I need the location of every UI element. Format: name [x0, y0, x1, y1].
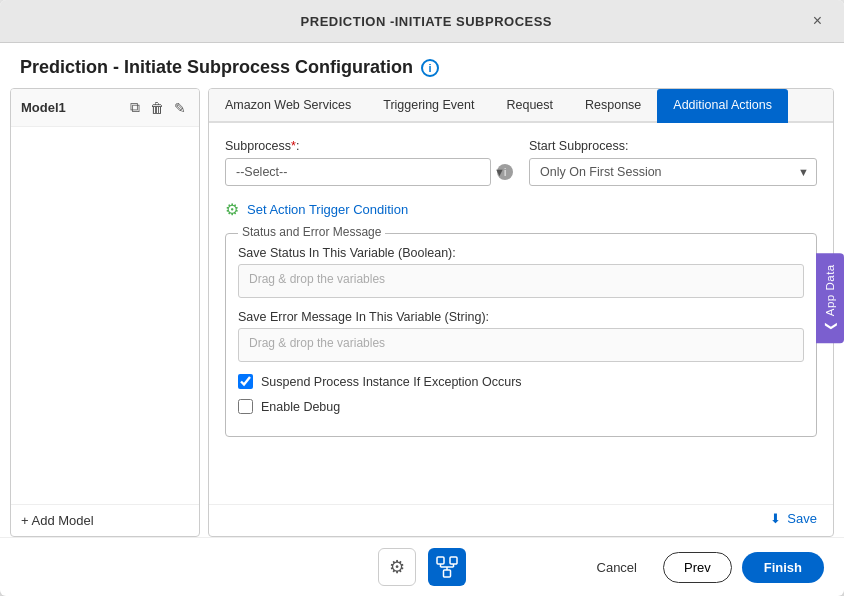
start-subprocess-select-wrapper: Only On First Session Every Session ▼: [529, 158, 817, 186]
save-button[interactable]: ⬇ Save: [770, 511, 817, 526]
subprocess-row: Subprocess*: --Select-- ▼ i Sta: [225, 139, 817, 186]
save-error-input[interactable]: Drag & drop the variables: [238, 328, 804, 362]
enable-debug-checkbox[interactable]: [238, 399, 253, 414]
save-boolean-label: Save Status In This Variable (Boolean):: [238, 246, 804, 260]
trigger-condition-link[interactable]: Set Action Trigger Condition: [247, 202, 408, 217]
add-model-button[interactable]: + Add Model: [11, 504, 199, 536]
subprocess-label: Subprocess*:: [225, 139, 513, 153]
subprocess-select[interactable]: --Select--: [225, 158, 491, 186]
app-data-label: App Data: [824, 265, 836, 317]
app-data-sidebar[interactable]: ❮ App Data: [816, 253, 844, 343]
enable-debug-label[interactable]: Enable Debug: [261, 400, 340, 414]
bottom-actions: Cancel Prev Finish: [581, 552, 824, 583]
edit-model-button[interactable]: ✎: [171, 97, 189, 118]
tab-aws[interactable]: Amazon Web Services: [209, 89, 367, 123]
right-panel: Amazon Web Services Triggering Event Req…: [208, 88, 834, 537]
start-subprocess-label: Start Subprocess:: [529, 139, 817, 153]
gear-icon-button[interactable]: ⚙: [378, 548, 416, 586]
tabs-row: Amazon Web Services Triggering Event Req…: [209, 89, 833, 123]
tab-request[interactable]: Request: [490, 89, 569, 123]
save-icon: ⬇: [770, 511, 781, 526]
info-icon[interactable]: i: [421, 59, 439, 77]
svg-rect-0: [437, 557, 444, 564]
start-subprocess-select[interactable]: Only On First Session Every Session: [529, 158, 817, 186]
enable-debug-row: Enable Debug: [238, 399, 804, 414]
bottom-icons: ⚙: [378, 548, 466, 586]
page-title: Prediction - Initiate Subprocess Configu…: [20, 57, 413, 78]
finish-button[interactable]: Finish: [742, 552, 824, 583]
close-button[interactable]: ×: [807, 10, 828, 32]
page-header: Prediction - Initiate Subprocess Configu…: [0, 43, 844, 88]
save-row: ⬇ Save: [209, 504, 833, 536]
tab-content: Subprocess*: --Select-- ▼ i Sta: [209, 123, 833, 504]
suspend-row: Suspend Process Instance If Exception Oc…: [238, 374, 804, 389]
prev-button[interactable]: Prev: [663, 552, 732, 583]
suspend-label[interactable]: Suspend Process Instance If Exception Oc…: [261, 375, 522, 389]
save-boolean-group: Save Status In This Variable (Boolean): …: [238, 246, 804, 298]
trigger-row: ⚙ Set Action Trigger Condition: [225, 200, 817, 219]
model-item: Model1 ⧉ 🗑 ✎: [11, 89, 199, 127]
app-data-arrow-icon: ❮: [823, 321, 837, 332]
start-subprocess-group: Start Subprocess: Only On First Session …: [529, 139, 817, 186]
subprocess-select-wrapper: --Select-- ▼ i: [225, 158, 513, 186]
tab-additional[interactable]: Additional Actions: [657, 89, 788, 123]
model-name: Model1: [21, 100, 66, 115]
subprocess-info-icon[interactable]: i: [497, 164, 513, 180]
save-label: Save: [787, 511, 817, 526]
svg-rect-2: [444, 570, 451, 577]
subprocess-group: Subprocess*: --Select-- ▼ i: [225, 139, 513, 186]
bottom-bar: ⚙ Cancel Prev Finish: [0, 537, 844, 596]
save-error-label: Save Error Message In This Variable (Str…: [238, 310, 804, 324]
main-content: Model1 ⧉ 🗑 ✎ + Add Model Amazon Web Serv…: [0, 88, 844, 537]
tab-triggering[interactable]: Triggering Event: [367, 89, 490, 123]
model-actions: ⧉ 🗑 ✎: [127, 97, 189, 118]
flow-icon-button[interactable]: [428, 548, 466, 586]
status-error-box: Status and Error Message Save Status In …: [225, 233, 817, 437]
status-box-legend: Status and Error Message: [238, 225, 385, 239]
delete-model-button[interactable]: 🗑: [147, 97, 167, 118]
trigger-gear-icon: ⚙: [225, 200, 239, 219]
save-error-group: Save Error Message In This Variable (Str…: [238, 310, 804, 362]
tab-response[interactable]: Response: [569, 89, 657, 123]
suspend-checkbox[interactable]: [238, 374, 253, 389]
svg-rect-1: [450, 557, 457, 564]
dialog-title: PREDICTION -INITIATE SUBPROCESS: [46, 14, 807, 29]
cancel-button[interactable]: Cancel: [581, 552, 653, 583]
copy-model-button[interactable]: ⧉: [127, 97, 143, 118]
title-bar: PREDICTION -INITIATE SUBPROCESS ×: [0, 0, 844, 43]
save-boolean-input[interactable]: Drag & drop the variables: [238, 264, 804, 298]
left-panel: Model1 ⧉ 🗑 ✎ + Add Model: [10, 88, 200, 537]
